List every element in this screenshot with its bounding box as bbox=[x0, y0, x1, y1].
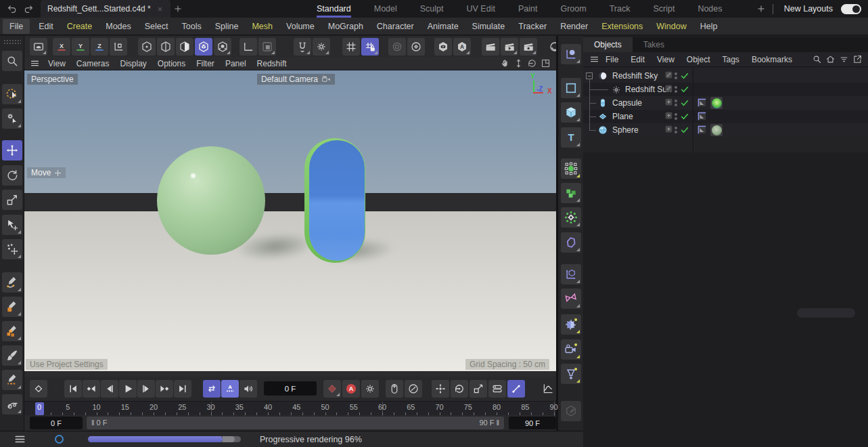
goto-prev-key-button[interactable] bbox=[83, 380, 100, 398]
record-parameter-button[interactable] bbox=[488, 380, 506, 398]
record-scale-button[interactable] bbox=[470, 380, 487, 398]
rotate-view-icon[interactable] bbox=[527, 58, 537, 68]
menu-file[interactable]: File bbox=[3, 19, 30, 34]
lock-z-axis-button[interactable]: Z bbox=[91, 38, 108, 56]
objects-tab-takes[interactable]: Takes bbox=[633, 37, 675, 52]
objects-menu-object[interactable]: Object bbox=[681, 52, 716, 67]
menu-mesh[interactable]: Mesh bbox=[245, 18, 279, 35]
objects-menu-view[interactable]: View bbox=[651, 52, 681, 67]
layout-tab-uv-edit[interactable]: UV Edit bbox=[467, 0, 495, 18]
redo-button[interactable] bbox=[22, 2, 35, 16]
generator-object-button[interactable] bbox=[561, 207, 581, 228]
record-rotation-button[interactable] bbox=[451, 380, 468, 398]
autokey-display-button[interactable]: A bbox=[221, 380, 239, 398]
active-camera-label[interactable]: Default Camera bbox=[257, 74, 335, 85]
tree-item-plane[interactable]: Plane bbox=[583, 110, 868, 123]
tree-item-sphere[interactable]: Sphere bbox=[583, 123, 868, 137]
objects-menu-bookmarks[interactable]: Bookmarks bbox=[746, 52, 798, 67]
search-icon[interactable] bbox=[812, 54, 822, 64]
visibility-dots[interactable] bbox=[675, 113, 677, 120]
end-frame-field[interactable]: 90 F bbox=[509, 417, 556, 429]
multi-transform-tool-button[interactable] bbox=[2, 239, 22, 259]
null-object-button[interactable] bbox=[561, 264, 581, 284]
viewport-filter-button[interactable] bbox=[434, 38, 452, 56]
viewport-menu-filter[interactable]: Filter bbox=[191, 57, 220, 70]
phong-tag-icon[interactable] bbox=[697, 98, 707, 108]
scale-tool-button[interactable] bbox=[2, 190, 22, 210]
layout-tab-standard[interactable]: Standard bbox=[317, 0, 351, 18]
live-selection-button[interactable] bbox=[2, 84, 22, 104]
home-icon[interactable] bbox=[825, 54, 836, 64]
plus-badge-icon[interactable] bbox=[664, 98, 673, 106]
object-axis-mode-button[interactable] bbox=[214, 38, 231, 56]
viewport-menu-options[interactable]: Options bbox=[152, 57, 191, 70]
edit-object-disabled-button[interactable] bbox=[561, 401, 581, 421]
plus-badge-icon[interactable] bbox=[664, 125, 673, 133]
project-settings-label[interactable]: Use Project Settings bbox=[26, 359, 108, 370]
cube-primitive-button[interactable] bbox=[561, 102, 581, 123]
snap-settings-button[interactable] bbox=[294, 38, 311, 56]
viewport-menu-redshift[interactable]: Redshift bbox=[252, 57, 292, 70]
objects-tab-objects[interactable]: Objects bbox=[583, 37, 633, 52]
text-object-button[interactable]: T bbox=[561, 127, 581, 148]
model-mode-button[interactable] bbox=[195, 38, 212, 56]
menu-render[interactable]: Render bbox=[553, 18, 595, 35]
sound-toggle-button[interactable] bbox=[239, 380, 257, 398]
rectangle-spline-button[interactable] bbox=[2, 297, 22, 317]
layout-tab-track[interactable]: Track bbox=[610, 0, 631, 18]
quantize-lock-button[interactable] bbox=[361, 38, 379, 56]
viewport-menu-display[interactable]: Display bbox=[114, 57, 152, 70]
menu-spline[interactable]: Spline bbox=[208, 18, 246, 35]
objects-menu-tags[interactable]: Tags bbox=[716, 52, 746, 67]
render-picture-viewer-button[interactable] bbox=[501, 38, 518, 56]
sky-object-button[interactable] bbox=[561, 314, 581, 335]
palette-drag-handle[interactable] bbox=[3, 39, 21, 45]
menu-help[interactable]: Help bbox=[693, 18, 725, 35]
pencil-badge-icon[interactable] bbox=[664, 84, 673, 93]
layout-tab-sculpt[interactable]: Sculpt bbox=[420, 0, 444, 18]
popout-icon[interactable] bbox=[852, 54, 863, 64]
undo-button[interactable] bbox=[5, 2, 19, 16]
fcurve-editor-button[interactable] bbox=[539, 380, 557, 398]
record-keyframe-button[interactable] bbox=[323, 380, 341, 398]
phong-tag-icon[interactable] bbox=[697, 111, 707, 121]
layout-tab-groom[interactable]: Groom bbox=[560, 0, 586, 18]
polygon-pen-button[interactable] bbox=[2, 321, 22, 341]
preview-range-slider[interactable]: ‖ 0 F 90 F ‖ bbox=[87, 417, 504, 429]
edges-mode-button[interactable] bbox=[157, 38, 175, 56]
enabled-check-icon[interactable] bbox=[680, 85, 689, 94]
view-grid-button[interactable] bbox=[342, 38, 360, 56]
menu-create[interactable]: Create bbox=[60, 18, 99, 35]
record-position-button[interactable] bbox=[432, 380, 449, 398]
menu-extensions[interactable]: Extensions bbox=[595, 18, 649, 35]
keyframe-selection-button[interactable] bbox=[386, 380, 403, 398]
timeline-ruler[interactable]: 051015202530354045505560657075808590 bbox=[24, 401, 556, 415]
record-pla-button[interactable] bbox=[507, 380, 525, 398]
enabled-check-icon[interactable] bbox=[680, 125, 689, 135]
zoom-view-icon[interactable] bbox=[513, 58, 524, 68]
spline-smooth-button[interactable] bbox=[2, 370, 22, 390]
goto-start-button[interactable] bbox=[64, 380, 82, 398]
add-layout-icon[interactable] bbox=[756, 4, 766, 14]
frame-counter-field[interactable]: 0 F bbox=[264, 381, 317, 396]
lock-x-axis-button[interactable]: X bbox=[53, 38, 70, 56]
menu-tools[interactable]: Tools bbox=[175, 18, 208, 35]
auto-mode-button[interactable]: A bbox=[453, 38, 471, 56]
play-button[interactable] bbox=[119, 380, 137, 398]
edit-render-settings-button[interactable] bbox=[520, 38, 537, 56]
move-tool-button[interactable] bbox=[2, 140, 22, 161]
menu-modes[interactable]: Modes bbox=[99, 18, 138, 35]
menu-animate[interactable]: Animate bbox=[421, 18, 465, 35]
brush-tool-button[interactable] bbox=[2, 345, 22, 366]
layout-tab-script[interactable]: Script bbox=[653, 0, 675, 18]
workplane-mode-button[interactable] bbox=[258, 38, 276, 56]
points-mode-button[interactable] bbox=[138, 38, 156, 56]
menu-mograph[interactable]: MoGraph bbox=[321, 18, 370, 35]
viewport-menu-view[interactable]: View bbox=[43, 57, 71, 70]
modeling-axis-button[interactable] bbox=[561, 44, 581, 64]
goto-end-button[interactable] bbox=[174, 380, 191, 398]
goto-next-key-button[interactable] bbox=[156, 380, 173, 398]
viewport-canvas[interactable]: Perspective Default Camera Move Use Proj… bbox=[24, 70, 556, 377]
viewport-hamburger-icon[interactable] bbox=[30, 58, 40, 68]
set-keyframe-button[interactable] bbox=[30, 380, 47, 398]
